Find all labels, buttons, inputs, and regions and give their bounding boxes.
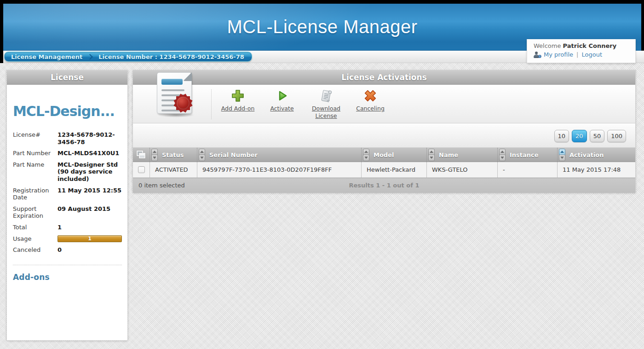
field-value: 1 <box>58 224 122 231</box>
field-row-canceled: Canceled 0 <box>13 246 122 254</box>
field-label: Total <box>13 224 58 231</box>
app-title: MCL-License Manager <box>3 4 641 37</box>
field-value: MCL-MLDS41X0U1 <box>58 150 122 157</box>
activate-button[interactable]: Activate <box>260 88 304 119</box>
plus-icon <box>230 88 245 103</box>
divider <box>13 265 122 265</box>
cell-model: Hewlett-Packard <box>361 162 426 177</box>
field-value: 0 <box>58 246 122 254</box>
license-document-icon <box>157 72 196 117</box>
activations-table-header: Status Serial Number Model <box>133 148 635 162</box>
column-header-activation[interactable]: Activation <box>557 148 635 162</box>
field-row-support-expiration: Support Expiration 09 August 2015 <box>13 205 122 220</box>
logout-link[interactable]: Logout <box>582 51 603 58</box>
field-label: Usage <box>13 235 58 243</box>
usage-progress-bar: 1 <box>58 235 122 242</box>
sort-widget-model[interactable] <box>363 149 369 161</box>
field-label: License# <box>13 131 58 145</box>
license-panel: License MCL-Design... License# 1234-5678… <box>6 70 128 341</box>
field-row-registration-date: Registration Date 11 May 2015 12:55 <box>13 187 122 201</box>
column-header-status[interactable]: Status <box>150 148 197 162</box>
pagesize-button-20[interactable]: 20 <box>572 130 587 142</box>
field-label: Canceled <box>13 246 58 254</box>
field-label: Part Number <box>13 150 58 157</box>
window-frame-top <box>0 0 644 4</box>
add-addon-button[interactable]: Add Add-on <box>216 88 260 119</box>
user-name: Patrick Connery <box>563 42 617 49</box>
field-row-part-number: Part Number MCL-MLDS41X0U1 <box>13 150 122 157</box>
pagesize-group: 10 20 50 100 <box>554 130 626 142</box>
column-header-name[interactable]: Name <box>426 148 497 162</box>
pagesize-button-100[interactable]: 100 <box>607 130 626 142</box>
cell-activation: 11 May 2015 17:48 <box>557 162 635 177</box>
account-box: Welcome Patrick Connery My profile | Log… <box>527 39 636 63</box>
pagesize-bar: 10 20 50 100 <box>133 123 635 148</box>
select-all-cell[interactable] <box>133 148 150 162</box>
field-row-part-name: Part Name MCL-Designer Std (90 days serv… <box>13 161 122 183</box>
tool-label: Activate <box>270 105 293 112</box>
column-header-model[interactable]: Model <box>361 148 426 162</box>
download-license-button[interactable]: Download License <box>304 88 348 119</box>
product-name: MCL-Design... <box>13 103 122 119</box>
breadcrumb-chevron-icon <box>87 54 93 60</box>
breadcrumb-item-license-number: License Number : 1234-5678-9012-3456-78 <box>98 53 244 60</box>
cell-instance: - <box>497 162 557 177</box>
license-activations-panel: License Activations <box>132 70 636 193</box>
column-label: Instance <box>510 151 539 158</box>
license-fields: License# 1234-5678-9012-3456-78 Part Num… <box>13 131 122 254</box>
tool-label: Download License <box>304 105 348 119</box>
field-label: Part Name <box>13 161 58 183</box>
sort-widget-instance[interactable] <box>499 149 506 161</box>
profile-icon <box>534 52 541 58</box>
column-label: Model <box>374 151 394 158</box>
field-label: Support Expiration <box>13 205 58 220</box>
tool-label: Canceling <box>356 105 385 112</box>
column-header-instance[interactable]: Instance <box>497 148 557 162</box>
sort-widget-serial-number[interactable] <box>199 149 205 161</box>
welcome-label: Welcome <box>534 42 561 49</box>
column-header-serial-number[interactable]: Serial Number <box>197 148 361 162</box>
cell-status: ACTIVATED <box>150 162 197 177</box>
link-separator: | <box>576 51 578 58</box>
toolbar-divider <box>211 89 212 119</box>
field-label: Registration Date <box>13 187 58 201</box>
mcl-license-manager-app: MCL-License Manager License Management L… <box>0 0 644 349</box>
table-row[interactable]: ACTIVATED 9459797F-7370-11E3-8103-0D207F… <box>133 162 635 178</box>
field-row-license-number: License# 1234-5678-9012-3456-78 <box>13 131 122 145</box>
breadcrumb-item-license-management[interactable]: License Management <box>11 53 82 60</box>
activations-toolbar: Add Add-on Activate <box>133 85 635 123</box>
table-footer: 0 item selected Results 1 - 1 out of 1 <box>133 178 635 193</box>
canceling-button[interactable]: Canceling <box>348 88 392 119</box>
cell-serial-number: 9459797F-7370-11E3-8103-0D207F19F8FF <box>197 162 361 177</box>
cell-name: WKS-GTELO <box>426 162 497 177</box>
window-frame-right <box>641 4 644 51</box>
column-label: Serial Number <box>209 151 258 158</box>
pagesize-button-10[interactable]: 10 <box>554 130 569 142</box>
row-checkbox[interactable] <box>138 166 145 173</box>
field-row-usage: Usage 1 <box>13 235 122 243</box>
license-panel-title: License <box>7 70 127 85</box>
field-value: MCL-Designer Std (90 days service includ… <box>58 161 122 183</box>
sort-widget-status[interactable] <box>151 149 158 161</box>
window-frame-left <box>0 4 3 63</box>
tool-label: Add Add-on <box>221 105 255 112</box>
sort-widget-name[interactable] <box>428 149 435 161</box>
red-seal-icon <box>174 94 192 112</box>
addons-section-title: Add-ons <box>13 273 122 282</box>
select-all-icon <box>137 151 146 159</box>
my-profile-link[interactable]: My profile <box>544 51 573 58</box>
field-value: 11 May 2015 12:55 <box>58 187 122 201</box>
scroll-icon <box>319 88 334 103</box>
welcome-line: Welcome Patrick Connery <box>534 42 635 49</box>
field-row-total: Total 1 <box>13 224 122 231</box>
breadcrumb: License Management License Number : 1234… <box>4 52 252 62</box>
results-count: Results 1 - 1 out of 1 <box>133 178 635 193</box>
activations-panel-title: License Activations <box>133 70 635 85</box>
pagesize-button-50[interactable]: 50 <box>590 130 605 142</box>
play-icon <box>275 88 289 103</box>
column-label: Activation <box>569 151 604 158</box>
sort-widget-activation[interactable] <box>559 149 565 161</box>
field-value: 1234-5678-9012-3456-78 <box>58 131 122 145</box>
x-icon <box>363 88 378 103</box>
field-value: 09 August 2015 <box>58 205 122 220</box>
